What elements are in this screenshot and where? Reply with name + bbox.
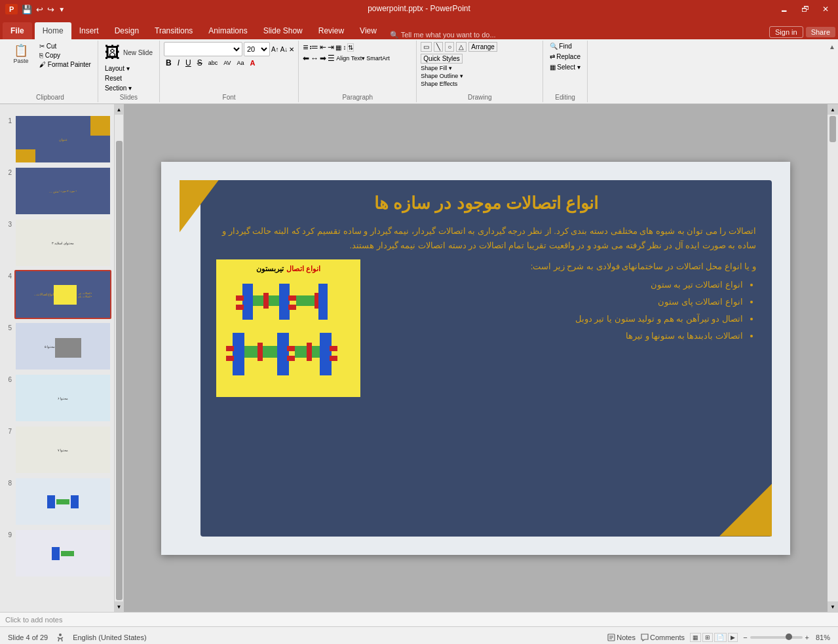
main-slide[interactable]: انواع اتصالات موجود در سازه ها اتصالات ر… xyxy=(161,162,790,555)
zoom-in-button[interactable]: + xyxy=(805,634,809,641)
numbering-button[interactable]: ≔ xyxy=(309,42,318,52)
slide-thumb-4[interactable]: 4 انواع اتصالات... • اتصالات تیر • اتصال… xyxy=(3,270,111,319)
scroll-down-arrow[interactable]: ▼ xyxy=(114,601,124,612)
replace-button[interactable]: ⇄ Replace xyxy=(547,52,583,61)
tell-me-input[interactable]: 🔍 Tell me what you want to do... xyxy=(390,31,496,39)
slide-thumb-1[interactable]: 1 عنوان xyxy=(3,115,111,164)
align-text-button[interactable]: Align Text▾ xyxy=(336,55,365,62)
font-color-button[interactable]: A xyxy=(248,58,257,67)
zoom-level[interactable]: 81% xyxy=(812,634,830,641)
scroll-up-arrow[interactable]: ▲ xyxy=(114,104,124,115)
tab-review[interactable]: Review xyxy=(311,22,352,39)
clear-formatting-button[interactable]: ✕ xyxy=(289,46,294,53)
shape-triangle[interactable]: △ xyxy=(456,42,467,52)
text-direction-button[interactable]: ⇅ xyxy=(347,43,354,52)
slide-thumb-8[interactable]: 8 xyxy=(3,477,111,526)
ribbon-group-font: 20 A↑ A↓ ✕ B I U S abc AV Aa A Font xyxy=(160,41,299,102)
click-to-add-notes[interactable]: Click to add notes xyxy=(5,616,62,624)
shape-oval[interactable]: ○ xyxy=(445,42,454,52)
bullets-button[interactable]: ≡ xyxy=(303,42,308,52)
section-button[interactable]: Section ▾ xyxy=(102,84,134,92)
slide-intro-line: و یا انواع محل اتصالات در ساختمانهای فول… xyxy=(371,259,756,274)
main-vertical-scrollbar[interactable]: ▲ ▼ xyxy=(828,104,838,612)
align-left-button[interactable]: ⬅ xyxy=(303,54,309,63)
convert-smartart-button[interactable]: SmartArt xyxy=(366,55,390,62)
cut-button[interactable]: ✂ Cut xyxy=(37,42,94,50)
scroll-thumb[interactable] xyxy=(116,141,123,600)
bold-button[interactable]: B xyxy=(164,58,174,68)
font-family-select[interactable] xyxy=(164,42,242,56)
normal-view-button[interactable]: ▦ xyxy=(690,633,701,642)
align-right-button[interactable]: ➡ xyxy=(320,54,326,63)
line-spacing-button[interactable]: ↕ xyxy=(343,44,346,51)
tab-animations[interactable]: Animations xyxy=(200,22,255,39)
shape-line[interactable]: ╲ xyxy=(434,42,443,52)
decrease-indent-button[interactable]: ⇤ xyxy=(320,43,326,52)
tab-insert[interactable]: Insert xyxy=(71,22,107,39)
svg-rect-22 xyxy=(330,346,337,351)
slide-thumb-7[interactable]: 7 محتوا ۷ xyxy=(3,425,111,474)
notes-button[interactable]: Notes xyxy=(607,634,636,641)
new-slide-button[interactable]: 🖼 New Slide xyxy=(102,42,155,63)
increase-font-button[interactable]: A↑ xyxy=(271,46,279,53)
shape-rect[interactable]: ▭ xyxy=(421,42,432,52)
tab-file[interactable]: File xyxy=(3,22,32,39)
restore-button[interactable]: 🗗 xyxy=(797,3,813,15)
increase-indent-button[interactable]: ⇥ xyxy=(328,43,334,52)
minimize-button[interactable]: 🗕 xyxy=(776,3,792,15)
layout-button[interactable]: Layout ▾ xyxy=(102,64,132,73)
redo-icon[interactable]: ↪ xyxy=(47,5,54,14)
change-case-button[interactable]: Aa xyxy=(235,59,246,67)
shape-fill-button[interactable]: Shape Fill ▾ xyxy=(421,65,463,71)
center-button[interactable]: ↔ xyxy=(311,54,318,63)
justify-button[interactable]: ☰ xyxy=(328,54,335,63)
ribbon-collapse-button[interactable]: ▲ xyxy=(829,43,835,50)
scroll-down-main[interactable]: ▼ xyxy=(828,601,838,612)
tab-slide-show[interactable]: Slide Show xyxy=(256,22,311,39)
scroll-up-main[interactable]: ▲ xyxy=(828,104,838,115)
slide-thumb-9[interactable]: 9 xyxy=(3,529,111,578)
decrease-font-button[interactable]: A↓ xyxy=(280,46,288,53)
tab-view[interactable]: View xyxy=(352,22,385,39)
tab-transitions[interactable]: Transitions xyxy=(147,22,200,39)
reading-view-button[interactable]: 📄 xyxy=(714,633,727,642)
shape-effects-button[interactable]: Shape Effects xyxy=(421,81,463,87)
underline-button[interactable]: U xyxy=(183,58,193,68)
share-button[interactable]: Share xyxy=(806,27,835,37)
slide-thumb-5[interactable]: 5 محتوا ۵ xyxy=(3,322,111,371)
columns-button[interactable]: ▦ xyxy=(335,44,341,51)
font-size-select[interactable]: 20 xyxy=(244,42,270,56)
save-icon[interactable]: 💾 xyxy=(22,5,32,14)
quick-styles-button[interactable]: Quick Styles xyxy=(421,54,463,64)
strikethrough-button[interactable]: S xyxy=(195,58,204,68)
reset-button[interactable]: Reset xyxy=(102,74,124,83)
customize-icon[interactable]: ▼ xyxy=(58,6,65,13)
accessibility-icon[interactable] xyxy=(56,633,65,642)
comments-button[interactable]: Comments xyxy=(641,634,685,641)
svg-rect-16 xyxy=(277,333,289,375)
paste-button[interactable]: 📋 Paste xyxy=(7,42,35,66)
slide-thumb-6[interactable]: 6 محتوا ۶ xyxy=(3,373,111,423)
tab-home[interactable]: Home xyxy=(35,22,71,39)
zoom-out-button[interactable]: − xyxy=(743,634,747,641)
shape-outline-button[interactable]: Shape Outline ▾ xyxy=(421,73,463,79)
char-spacing-button[interactable]: AV xyxy=(221,59,233,67)
slide-sorter-button[interactable]: ⊞ xyxy=(702,633,713,642)
undo-icon[interactable]: ↩ xyxy=(36,5,43,14)
close-button[interactable]: ✕ xyxy=(818,3,833,15)
slide-thumb-3[interactable]: 3 محتوای اسلاید ۳ xyxy=(3,218,111,267)
italic-button[interactable]: I xyxy=(176,58,181,68)
arrange-button[interactable]: Arrange xyxy=(468,42,497,52)
sign-in-button[interactable]: Sign in xyxy=(769,26,803,38)
find-button[interactable]: 🔍 Find xyxy=(547,42,574,50)
slide-thumb-2[interactable]: 2 متن ... • مورد ۱ • مورد ۲ xyxy=(3,166,111,216)
slide-panel-scrollbar[interactable]: ▲ ▼ xyxy=(115,104,124,612)
shadow-button[interactable]: abc xyxy=(206,59,220,67)
select-button[interactable]: ▦ Select ▾ xyxy=(547,63,583,71)
copy-button[interactable]: ⎘ Copy xyxy=(37,51,94,60)
zoom-slider[interactable] xyxy=(750,636,803,639)
slideshow-button[interactable]: ▶ xyxy=(728,633,738,642)
tab-design[interactable]: Design xyxy=(107,22,147,39)
format-painter-button[interactable]: 🖌 Format Painter xyxy=(37,60,94,69)
main-scroll-thumb[interactable] xyxy=(829,116,836,142)
